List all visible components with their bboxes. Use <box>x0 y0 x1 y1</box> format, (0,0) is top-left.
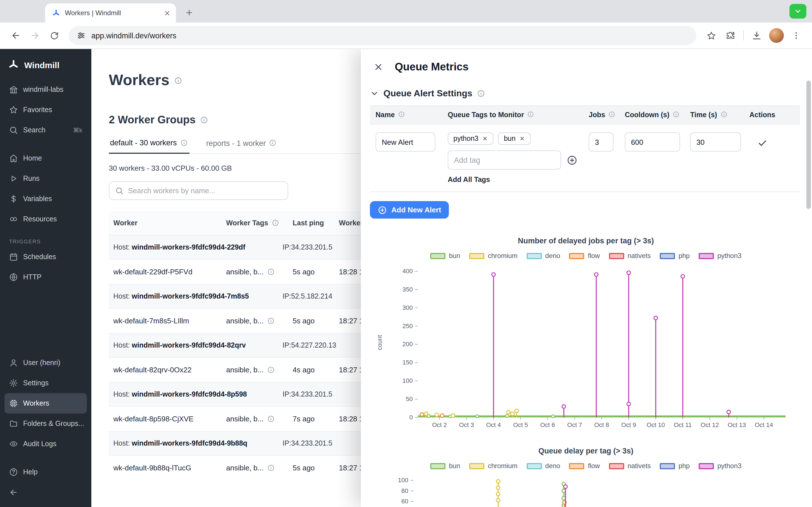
add-all-tags-link[interactable]: Add All Tags <box>448 176 577 184</box>
info-icon[interactable] <box>720 111 728 119</box>
collapse-sidebar-button[interactable] <box>4 482 87 503</box>
folder-icon <box>9 419 18 428</box>
tab-reports-group[interactable]: reports - 1 worker <box>205 138 278 153</box>
sidebar-item-home[interactable]: Home <box>4 148 87 168</box>
legend-item-nativets[interactable]: nativets <box>609 462 651 470</box>
remove-tag-icon[interactable] <box>483 136 488 142</box>
sidebar-item-runs[interactable]: Runs <box>4 168 87 189</box>
time-input[interactable] <box>690 132 741 152</box>
svg-text:60: 60 <box>402 498 408 505</box>
info-icon[interactable] <box>527 111 535 119</box>
legend-item-deno[interactable]: deno <box>527 252 560 260</box>
search-shortcut: ⌘k <box>73 126 82 134</box>
cooldown-input[interactable] <box>625 132 680 152</box>
sidebar-item-workspace[interactable]: windmill-labs <box>4 79 87 100</box>
legend-item-python3[interactable]: python3 <box>699 462 741 470</box>
info-icon[interactable] <box>673 111 680 119</box>
sidebar-item-http[interactable]: HTTP <box>4 267 87 287</box>
sidebar-item-user[interactable]: User (henri) <box>4 353 87 373</box>
legend-item-flow[interactable]: flow <box>569 462 600 470</box>
profile-avatar[interactable] <box>769 28 784 43</box>
alert-name-input[interactable] <box>375 132 435 152</box>
drawer-scrollbar[interactable] <box>806 80 811 209</box>
legend-item-chromium[interactable]: chromium <box>469 252 517 260</box>
cpu-icon <box>9 399 18 408</box>
legend-item-bun[interactable]: bun <box>430 252 460 260</box>
svg-text:350: 350 <box>402 286 413 293</box>
windmill-logo[interactable]: Windmill <box>4 55 87 79</box>
info-icon[interactable] <box>200 116 208 124</box>
arrow-right-icon <box>30 31 40 41</box>
browser-menu-button[interactable] <box>787 26 805 45</box>
tag-chip-bun[interactable]: bun <box>498 132 531 145</box>
sidebar-item-search[interactable]: Search ⌘k <box>4 120 87 140</box>
tag-chip-python3[interactable]: python3 <box>448 132 494 145</box>
sidebar-item-help[interactable]: Help <box>4 462 87 482</box>
jobs-input[interactable] <box>589 132 613 152</box>
legend-item-php[interactable]: php <box>660 252 690 260</box>
legend-item-python3[interactable]: python3 <box>699 252 741 260</box>
info-icon[interactable] <box>174 76 182 84</box>
downloads-button[interactable] <box>748 26 766 45</box>
sidebar-item-folders[interactable]: Folders & Groups... <box>4 413 87 434</box>
legend-item-chromium[interactable]: chromium <box>469 462 517 470</box>
legend-swatch <box>430 252 446 259</box>
legend-item-bun[interactable]: bun <box>430 462 460 470</box>
info-icon[interactable] <box>267 415 274 422</box>
svg-text:400: 400 <box>402 268 413 275</box>
add-tag-input[interactable] <box>448 151 561 170</box>
col-worker: Worker <box>109 211 221 235</box>
collapse-section-button[interactable] <box>370 89 379 98</box>
info-icon[interactable] <box>608 111 616 119</box>
address-bar[interactable]: app.windmill.dev/workers <box>69 26 696 45</box>
forward-button[interactable] <box>26 26 44 45</box>
svg-text:Oct 6: Oct 6 <box>540 421 555 429</box>
extensions-button[interactable] <box>721 26 739 45</box>
play-icon <box>9 174 18 183</box>
tab-close-icon[interactable] <box>162 8 171 17</box>
worker-search-input[interactable] <box>128 186 282 195</box>
workspace-label: windmill-labs <box>23 86 63 94</box>
legend-item-nativets[interactable]: nativets <box>609 252 651 260</box>
legend-swatch <box>527 463 542 469</box>
new-tab-button[interactable] <box>182 5 196 20</box>
remove-tag-icon[interactable] <box>520 136 525 142</box>
info-icon[interactable] <box>477 90 485 98</box>
back-button[interactable] <box>7 26 25 45</box>
sidebar-item-resources[interactable]: Resources <box>4 209 87 229</box>
svg-text:Oct 2: Oct 2 <box>432 421 447 429</box>
site-settings-icon[interactable] <box>77 31 86 40</box>
legend-item-flow[interactable]: flow <box>569 252 600 260</box>
sidebar-item-favorites[interactable]: Favorites <box>4 100 87 120</box>
info-icon[interactable] <box>398 111 406 119</box>
info-icon[interactable] <box>180 139 188 147</box>
browser-tab[interactable]: Workers | Windmill <box>45 3 176 22</box>
sidebar-item-schedules[interactable]: Schedules <box>4 247 87 267</box>
info-icon[interactable] <box>267 317 274 325</box>
tab-default-group[interactable]: default - 30 workers <box>109 138 189 154</box>
info-icon[interactable] <box>269 139 277 147</box>
sidebar-item-variables[interactable]: Variables <box>4 189 87 209</box>
sidebar-item-audit-logs[interactable]: Audit Logs <box>4 434 87 454</box>
reload-button[interactable] <box>45 26 63 45</box>
drawer-close-button[interactable] <box>370 59 387 75</box>
info-icon[interactable] <box>267 366 274 374</box>
add-new-alert-button[interactable]: Add New Alert <box>370 201 449 219</box>
search-icon <box>9 126 18 135</box>
legend-item-deno[interactable]: deno <box>527 462 560 470</box>
info-icon[interactable] <box>271 219 280 227</box>
runs-label: Runs <box>23 175 40 182</box>
chevron-down-icon <box>794 7 802 15</box>
info-icon[interactable] <box>267 268 274 276</box>
windmill-favicon <box>52 9 60 17</box>
infinity-icon <box>9 215 18 224</box>
confirm-alert-button[interactable] <box>757 138 767 148</box>
bookmark-button[interactable] <box>702 26 720 45</box>
sidebar-item-settings[interactable]: Settings <box>4 373 87 393</box>
legend-item-php[interactable]: php <box>660 462 690 470</box>
sidebar-item-workers[interactable]: Workers <box>4 393 87 413</box>
info-icon[interactable] <box>267 464 274 471</box>
screen-share-dropdown-button[interactable] <box>790 4 806 18</box>
star-icon <box>706 31 716 40</box>
add-tag-button[interactable] <box>567 155 577 165</box>
